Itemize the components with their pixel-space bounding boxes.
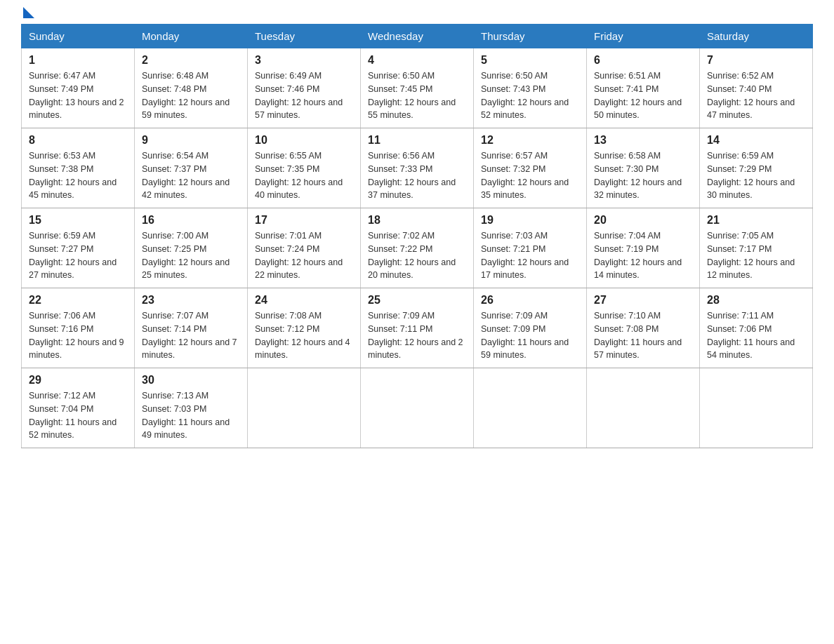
day-number: 8 — [29, 134, 127, 147]
calendar-cell: 18 Sunrise: 7:02 AMSunset: 7:22 PMDaylig… — [361, 208, 474, 288]
day-info: Sunrise: 7:03 AMSunset: 7:21 PMDaylight:… — [481, 231, 569, 280]
day-number: 5 — [481, 54, 579, 67]
calendar-cell: 23 Sunrise: 7:07 AMSunset: 7:14 PMDaylig… — [135, 288, 248, 368]
day-number: 16 — [142, 214, 240, 227]
day-number: 6 — [594, 54, 692, 67]
calendar-week-row: 8 Sunrise: 6:53 AMSunset: 7:38 PMDayligh… — [22, 128, 813, 208]
day-info: Sunrise: 6:53 AMSunset: 7:38 PMDaylight:… — [29, 151, 117, 200]
day-number: 4 — [368, 54, 466, 67]
day-info: Sunrise: 7:13 AMSunset: 7:03 PMDaylight:… — [142, 391, 230, 440]
logo — [21, 14, 34, 15]
calendar-cell: 27 Sunrise: 7:10 AMSunset: 7:08 PMDaylig… — [587, 288, 700, 368]
day-info: Sunrise: 7:00 AMSunset: 7:25 PMDaylight:… — [142, 231, 230, 280]
calendar-cell: 20 Sunrise: 7:04 AMSunset: 7:19 PMDaylig… — [587, 208, 700, 288]
day-info: Sunrise: 7:02 AMSunset: 7:22 PMDaylight:… — [368, 231, 456, 280]
day-info: Sunrise: 6:59 AMSunset: 7:29 PMDaylight:… — [707, 151, 795, 200]
day-info: Sunrise: 6:51 AMSunset: 7:41 PMDaylight:… — [594, 71, 682, 120]
day-number: 18 — [368, 214, 466, 227]
day-info: Sunrise: 7:08 AMSunset: 7:12 PMDaylight:… — [255, 311, 350, 360]
day-info: Sunrise: 6:50 AMSunset: 7:43 PMDaylight:… — [481, 71, 569, 120]
day-number: 29 — [29, 374, 127, 387]
day-number: 15 — [29, 214, 127, 227]
calendar-cell: 30 Sunrise: 7:13 AMSunset: 7:03 PMDaylig… — [135, 368, 248, 448]
calendar-header-row: SundayMondayTuesdayWednesdayThursdayFrid… — [22, 25, 813, 48]
day-number: 27 — [594, 294, 692, 307]
day-info: Sunrise: 7:06 AMSunset: 7:16 PMDaylight:… — [29, 311, 124, 360]
day-info: Sunrise: 7:01 AMSunset: 7:24 PMDaylight:… — [255, 231, 343, 280]
calendar-week-row: 22 Sunrise: 7:06 AMSunset: 7:16 PMDaylig… — [22, 288, 813, 368]
day-info: Sunrise: 7:04 AMSunset: 7:19 PMDaylight:… — [594, 231, 682, 280]
day-info: Sunrise: 6:57 AMSunset: 7:32 PMDaylight:… — [481, 151, 569, 200]
calendar-week-row: 1 Sunrise: 6:47 AMSunset: 7:49 PMDayligh… — [22, 48, 813, 128]
day-number: 11 — [368, 134, 466, 147]
calendar-header-friday: Friday — [587, 25, 700, 48]
day-info: Sunrise: 7:10 AMSunset: 7:08 PMDaylight:… — [594, 311, 682, 360]
day-number: 30 — [142, 374, 240, 387]
calendar-table: SundayMondayTuesdayWednesdayThursdayFrid… — [21, 24, 813, 448]
day-number: 2 — [142, 54, 240, 67]
day-info: Sunrise: 6:59 AMSunset: 7:27 PMDaylight:… — [29, 231, 117, 280]
calendar-header-thursday: Thursday — [474, 25, 587, 48]
calendar-cell: 5 Sunrise: 6:50 AMSunset: 7:43 PMDayligh… — [474, 48, 587, 128]
calendar-cell: 15 Sunrise: 6:59 AMSunset: 7:27 PMDaylig… — [22, 208, 135, 288]
calendar-cell — [700, 368, 813, 448]
day-info: Sunrise: 7:12 AMSunset: 7:04 PMDaylight:… — [29, 391, 117, 440]
calendar-cell: 19 Sunrise: 7:03 AMSunset: 7:21 PMDaylig… — [474, 208, 587, 288]
page-header — [21, 14, 813, 17]
day-info: Sunrise: 7:07 AMSunset: 7:14 PMDaylight:… — [142, 311, 237, 360]
day-number: 26 — [481, 294, 579, 307]
calendar-cell: 29 Sunrise: 7:12 AMSunset: 7:04 PMDaylig… — [22, 368, 135, 448]
calendar-cell: 8 Sunrise: 6:53 AMSunset: 7:38 PMDayligh… — [22, 128, 135, 208]
day-number: 7 — [707, 54, 805, 67]
day-number: 9 — [142, 134, 240, 147]
day-number: 19 — [481, 214, 579, 227]
day-info: Sunrise: 6:58 AMSunset: 7:30 PMDaylight:… — [594, 151, 682, 200]
day-number: 23 — [142, 294, 240, 307]
calendar-cell — [361, 368, 474, 448]
day-number: 12 — [481, 134, 579, 147]
calendar-cell: 13 Sunrise: 6:58 AMSunset: 7:30 PMDaylig… — [587, 128, 700, 208]
day-info: Sunrise: 6:55 AMSunset: 7:35 PMDaylight:… — [255, 151, 343, 200]
calendar-cell: 24 Sunrise: 7:08 AMSunset: 7:12 PMDaylig… — [248, 288, 361, 368]
calendar-week-row: 15 Sunrise: 6:59 AMSunset: 7:27 PMDaylig… — [22, 208, 813, 288]
calendar-cell: 26 Sunrise: 7:09 AMSunset: 7:09 PMDaylig… — [474, 288, 587, 368]
calendar-cell: 21 Sunrise: 7:05 AMSunset: 7:17 PMDaylig… — [700, 208, 813, 288]
calendar-cell — [248, 368, 361, 448]
day-number: 13 — [594, 134, 692, 147]
calendar-cell: 10 Sunrise: 6:55 AMSunset: 7:35 PMDaylig… — [248, 128, 361, 208]
calendar-cell: 11 Sunrise: 6:56 AMSunset: 7:33 PMDaylig… — [361, 128, 474, 208]
day-number: 22 — [29, 294, 127, 307]
calendar-cell: 9 Sunrise: 6:54 AMSunset: 7:37 PMDayligh… — [135, 128, 248, 208]
calendar-cell — [587, 368, 700, 448]
day-number: 25 — [368, 294, 466, 307]
calendar-cell: 28 Sunrise: 7:11 AMSunset: 7:06 PMDaylig… — [700, 288, 813, 368]
calendar-cell: 12 Sunrise: 6:57 AMSunset: 7:32 PMDaylig… — [474, 128, 587, 208]
calendar-header-saturday: Saturday — [700, 25, 813, 48]
day-info: Sunrise: 6:49 AMSunset: 7:46 PMDaylight:… — [255, 71, 343, 120]
calendar-header-monday: Monday — [135, 25, 248, 48]
day-number: 24 — [255, 294, 353, 307]
calendar-cell: 14 Sunrise: 6:59 AMSunset: 7:29 PMDaylig… — [700, 128, 813, 208]
calendar-cell: 22 Sunrise: 7:06 AMSunset: 7:16 PMDaylig… — [22, 288, 135, 368]
calendar-header-tuesday: Tuesday — [248, 25, 361, 48]
calendar-cell: 25 Sunrise: 7:09 AMSunset: 7:11 PMDaylig… — [361, 288, 474, 368]
day-number: 14 — [707, 134, 805, 147]
day-number: 28 — [707, 294, 805, 307]
day-info: Sunrise: 7:09 AMSunset: 7:09 PMDaylight:… — [481, 311, 569, 360]
calendar-header-wednesday: Wednesday — [361, 25, 474, 48]
calendar-cell: 16 Sunrise: 7:00 AMSunset: 7:25 PMDaylig… — [135, 208, 248, 288]
day-info: Sunrise: 6:54 AMSunset: 7:37 PMDaylight:… — [142, 151, 230, 200]
calendar-week-row: 29 Sunrise: 7:12 AMSunset: 7:04 PMDaylig… — [22, 368, 813, 448]
day-info: Sunrise: 6:48 AMSunset: 7:48 PMDaylight:… — [142, 71, 230, 120]
day-number: 3 — [255, 54, 353, 67]
day-info: Sunrise: 7:05 AMSunset: 7:17 PMDaylight:… — [707, 231, 795, 280]
day-info: Sunrise: 6:50 AMSunset: 7:45 PMDaylight:… — [368, 71, 456, 120]
calendar-cell: 3 Sunrise: 6:49 AMSunset: 7:46 PMDayligh… — [248, 48, 361, 128]
day-info: Sunrise: 6:47 AMSunset: 7:49 PMDaylight:… — [29, 71, 124, 120]
day-number: 20 — [594, 214, 692, 227]
day-number: 10 — [255, 134, 353, 147]
calendar-cell: 7 Sunrise: 6:52 AMSunset: 7:40 PMDayligh… — [700, 48, 813, 128]
day-info: Sunrise: 7:09 AMSunset: 7:11 PMDaylight:… — [368, 311, 463, 360]
day-info: Sunrise: 6:56 AMSunset: 7:33 PMDaylight:… — [368, 151, 456, 200]
day-info: Sunrise: 7:11 AMSunset: 7:06 PMDaylight:… — [707, 311, 795, 360]
